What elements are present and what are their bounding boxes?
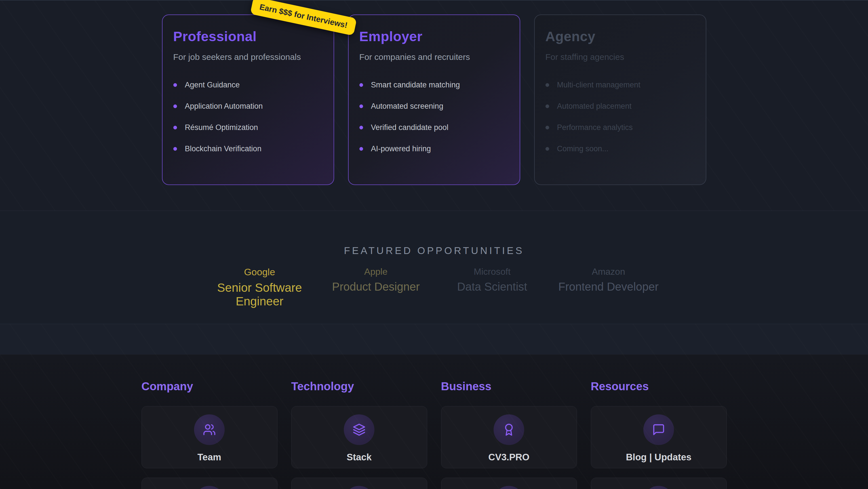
bullet-dot-icon — [173, 83, 177, 87]
plan-feature: Blockchain Verification — [173, 144, 323, 153]
featured-jobs-row: Google Senior Software Engineer Apple Pr… — [0, 266, 868, 308]
featured-job-microsoft[interactable]: Microsoft Data Scientist — [434, 266, 550, 308]
icon-badge — [494, 414, 524, 445]
plan-title: Agency — [546, 29, 695, 44]
icon-badge — [643, 486, 674, 489]
icon-badge — [344, 486, 374, 489]
bullet-dot-icon — [360, 126, 363, 130]
job-company: Google — [202, 266, 318, 278]
landing-page: Earn $$$ for Interviews! Professional Fo… — [0, 0, 868, 489]
plan-feature: Multi-client management — [546, 81, 695, 89]
plan-feature-label: Automated screening — [371, 102, 443, 111]
job-title: Data Scientist — [434, 280, 550, 293]
bullet-dot-icon — [173, 126, 177, 130]
plan-feature-label: Blockchain Verification — [185, 144, 261, 153]
plans-section: Earn $$$ for Interviews! Professional Fo… — [0, 0, 868, 210]
job-company: Amazon — [550, 266, 666, 277]
plan-feature-label: Automated placement — [557, 102, 632, 111]
footer: Company Team Technology Stack — [0, 354, 868, 489]
job-title: Senior Software Engineer — [202, 281, 318, 308]
featured-opportunities-section: FEATURED OPPORTUNITIES Google Senior Sof… — [0, 210, 868, 324]
plan-feature: Smart candidate matching — [360, 81, 509, 89]
bullet-dot-icon — [360, 105, 363, 108]
footer-link-card-cv3pro[interactable]: CV3.PRO — [441, 406, 577, 468]
job-title: Product Designer — [318, 280, 434, 293]
footer-link-card-partial[interactable] — [291, 478, 427, 489]
icon-badge — [194, 486, 225, 489]
bullet-dot-icon — [173, 147, 177, 151]
footer-card-label: Blog | Updates — [626, 452, 691, 463]
icon-badge — [344, 414, 374, 445]
plan-feature: Automated placement — [546, 102, 695, 111]
plan-card-professional[interactable]: Professional For job seekers and profess… — [162, 15, 334, 185]
bullet-dot-icon — [360, 83, 363, 87]
plan-title: Employer — [360, 29, 509, 44]
footer-link-card-partial[interactable] — [591, 478, 727, 489]
plan-feature: Performance analytics — [546, 123, 695, 132]
message-icon — [652, 423, 665, 436]
bullet-dot-icon — [546, 105, 549, 108]
plan-feature: Agent Guidance — [173, 81, 323, 89]
plan-title: Professional — [173, 29, 323, 44]
plan-feature-label: Application Automation — [185, 102, 263, 111]
plan-feature-list: Smart candidate matching Automated scree… — [360, 81, 509, 153]
job-company: Microsoft — [434, 266, 550, 277]
icon-badge — [494, 486, 524, 489]
footer-card-label: Team — [197, 452, 221, 463]
job-company: Apple — [318, 266, 434, 277]
footer-link-card-partial[interactable] — [142, 478, 277, 489]
footer-link-card-partial[interactable] — [441, 478, 577, 489]
footer-link-card-stack[interactable]: Stack — [291, 406, 427, 468]
plan-feature-list: Agent Guidance Application Automation Ré… — [173, 81, 323, 153]
footer-col-business: Business CV3.PRO — [441, 379, 577, 489]
footer-columns: Company Team Technology Stack — [142, 379, 727, 489]
featured-job-apple[interactable]: Apple Product Designer — [318, 266, 434, 308]
plan-feature: AI-powered hiring — [360, 144, 509, 153]
footer-link-card-blog[interactable]: Blog | Updates — [591, 406, 727, 468]
featured-heading: FEATURED OPPORTUNITIES — [0, 245, 868, 256]
footer-link-card-team[interactable]: Team — [142, 406, 277, 468]
plan-feature: Automated screening — [360, 102, 509, 111]
layers-icon — [352, 423, 366, 436]
plan-feature-label: AI-powered hiring — [371, 144, 431, 153]
plan-feature: Application Automation — [173, 102, 323, 111]
plan-feature-label: Agent Guidance — [185, 81, 240, 89]
footer-col-heading: Company — [142, 379, 277, 393]
footer-card-label: Stack — [347, 452, 372, 463]
section-divider-strip — [0, 324, 868, 354]
plan-feature: Verified candidate pool — [360, 123, 509, 132]
footer-col-technology: Technology Stack — [291, 379, 427, 489]
bullet-dot-icon — [546, 147, 549, 151]
bullet-dot-icon — [546, 83, 549, 87]
award-icon — [502, 423, 516, 436]
plan-card-employer[interactable]: Employer For companies and recruiters Sm… — [348, 15, 520, 185]
users-icon — [203, 423, 216, 436]
bullet-dot-icon — [173, 105, 177, 108]
plan-feature-label: Résumé Optimization — [185, 123, 258, 132]
plan-subtitle: For staffing agencies — [546, 52, 695, 62]
footer-col-heading: Business — [441, 379, 577, 393]
icon-badge — [194, 414, 225, 445]
bullet-dot-icon — [546, 126, 549, 130]
plan-subtitle: For job seekers and professionals — [173, 52, 323, 62]
plan-feature: Coming soon... — [546, 144, 695, 153]
footer-col-heading: Resources — [591, 379, 727, 393]
plan-subtitle: For companies and recruiters — [360, 52, 509, 62]
footer-card-label: CV3.PRO — [489, 452, 530, 463]
featured-job-google[interactable]: Google Senior Software Engineer — [202, 266, 318, 308]
footer-col-company: Company Team — [142, 379, 277, 489]
featured-job-amazon[interactable]: Amazon Frontend Developer — [550, 266, 666, 308]
plan-feature-label: Verified candidate pool — [371, 123, 448, 132]
footer-col-heading: Technology — [291, 379, 427, 393]
plan-feature-label: Performance analytics — [557, 123, 633, 132]
bullet-dot-icon — [360, 147, 363, 151]
job-title: Frontend Developer — [550, 280, 666, 293]
plan-card-agency-disabled: Agency For staffing agencies Multi-clien… — [534, 15, 706, 185]
plan-feature-list: Multi-client management Automated placem… — [546, 81, 695, 153]
plan-feature-label: Smart candidate matching — [371, 81, 460, 89]
icon-badge — [643, 414, 674, 445]
footer-col-resources: Resources Blog | Updates — [591, 379, 727, 489]
plan-feature-label: Coming soon... — [557, 144, 609, 153]
plan-feature: Résumé Optimization — [173, 123, 323, 132]
plan-feature-label: Multi-client management — [557, 81, 641, 89]
